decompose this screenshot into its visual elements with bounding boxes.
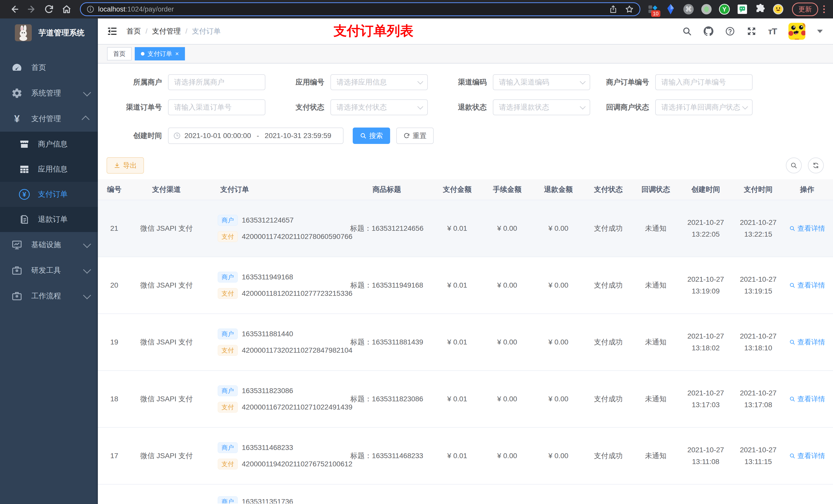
channel-pay-no: 4200001174202110278060590766: [242, 233, 353, 241]
sidebar-item-system[interactable]: 系统管理: [0, 80, 98, 106]
site-info-icon[interactable]: [86, 5, 95, 13]
reset-button[interactable]: 重置: [396, 127, 434, 144]
tab-pay-order[interactable]: 支付订单 ×: [135, 47, 185, 61]
extension-dot-icon[interactable]: [701, 4, 712, 15]
pay-status-filter-select[interactable]: 请选择支付状态: [330, 99, 428, 115]
sidebar-item-pay-order[interactable]: ¥ 支付订单: [0, 182, 98, 207]
channel-code-filter-select[interactable]: 请输入渠道编码: [493, 74, 590, 90]
channel-order-no-filter-label: 渠道订单号: [106, 102, 168, 112]
pay-time: 2021-10-2713:18:10: [733, 330, 784, 354]
view-detail-link[interactable]: 查看详情: [789, 338, 825, 347]
sidebar-item-app-info[interactable]: 应用信息: [0, 157, 98, 182]
forward-icon[interactable]: [27, 4, 37, 14]
breadcrumb-home[interactable]: 首页: [126, 26, 141, 36]
app-id-filter-select[interactable]: 请选择应用信息: [330, 74, 428, 90]
search-button[interactable]: 搜索: [353, 127, 390, 144]
pay-amount: ¥ 0.01: [433, 224, 481, 233]
help-icon[interactable]: [725, 26, 735, 36]
goods-title: 标题：1635312124656: [341, 223, 433, 233]
extension-y-icon[interactable]: Y: [719, 4, 730, 15]
merchant-order-no-filter-input[interactable]: 请输入商户订单编号: [655, 74, 753, 90]
pay-channel: 微信 JSAPI 支付: [130, 394, 203, 404]
sidebar-item-infra[interactable]: 基础设施: [0, 232, 98, 258]
extension-kite-icon[interactable]: [665, 4, 676, 15]
extension-chat-icon[interactable]: [737, 4, 748, 15]
table-header: 编号 支付渠道 支付订单 商品标题 支付金额 手续金额 退款金额 支付状态 回调…: [98, 179, 833, 200]
actions-cell: 查看详情: [784, 394, 830, 404]
create-time-range-input[interactable]: 2021-10-01 00:00:00 - 2021-10-31 23:59:5…: [168, 127, 343, 144]
pay-order-cell: 商户1635311351736: [203, 484, 341, 503]
table-row[interactable]: 18 微信 JSAPI 支付 商户1635311823086 支付4200001…: [98, 371, 833, 428]
table-row[interactable]: 20 微信 JSAPI 支付 商户1635311949168 支付4200001…: [98, 257, 833, 314]
font-size-icon[interactable]: ᴛT: [768, 26, 777, 37]
payment-submenu: 商户信息 应用信息 ¥ 支付订单: [0, 131, 98, 232]
search-icon[interactable]: [682, 26, 692, 36]
fee-amount: ¥ 0.00: [481, 281, 533, 289]
browser-menu-icon[interactable]: [821, 5, 827, 13]
avatar-caret-icon[interactable]: [817, 30, 823, 33]
clock-icon: [173, 132, 181, 140]
reload-icon[interactable]: [44, 4, 54, 14]
url-bar[interactable]: localhost :1024/pay/order: [80, 2, 640, 16]
notify-status: 未通知: [633, 281, 679, 290]
table-row[interactable]: 17 微信 JSAPI 支付 商户1635311468233 支付4200001…: [98, 428, 833, 484]
sidebar-item-refund-order[interactable]: 退款订单: [0, 207, 98, 232]
create-time: 2021-10-2713:19:09: [679, 273, 733, 297]
merchant-tag: 商户: [218, 329, 238, 339]
fee-amount: ¥ 0.00: [481, 224, 533, 233]
merchant-filter-input[interactable]: 请选择所属商户: [168, 74, 265, 90]
back-icon[interactable]: [9, 4, 20, 14]
share-icon[interactable]: [609, 5, 618, 14]
chevron-down-icon: [418, 104, 423, 110]
sidebar-item-home[interactable]: 首页: [0, 55, 98, 80]
date-end-value: 2021-10-31 23:59:59: [265, 131, 331, 140]
extension-badge: 10: [651, 10, 660, 17]
sidebar-item-workflow[interactable]: 工作流程: [0, 283, 98, 309]
refund-status-filter-label: 退款状态: [431, 102, 493, 112]
extensions-puzzle-icon[interactable]: [755, 4, 766, 15]
table-row[interactable]: 21 微信 JSAPI 支付 商户1635312124657 支付4200001…: [98, 200, 833, 257]
notify-status-filter-select[interactable]: 请选择订单回调商户状态: [655, 99, 753, 115]
extension-emoji-icon[interactable]: [772, 4, 784, 15]
bookmark-star-icon[interactable]: [625, 5, 634, 14]
table-row-partial[interactable]: 商户1635311351736: [98, 484, 833, 503]
view-detail-link[interactable]: 查看详情: [789, 224, 825, 233]
sidebar-item-merchant-info[interactable]: 商户信息: [0, 131, 98, 157]
tab-close-icon[interactable]: ×: [175, 51, 179, 57]
home-icon[interactable]: [62, 4, 72, 14]
show-search-button[interactable]: [786, 158, 802, 173]
refresh-table-button[interactable]: [808, 158, 824, 173]
view-detail-link[interactable]: 查看详情: [789, 394, 825, 404]
sidebar-item-payment[interactable]: ¥ 支付管理: [0, 106, 98, 131]
magnifier-icon: [789, 282, 795, 288]
export-button[interactable]: 导出: [106, 157, 144, 174]
tab-home[interactable]: 首页: [107, 47, 132, 61]
notify-status: 未通知: [633, 337, 679, 347]
goods-title: 标题：1635311823086: [341, 394, 433, 404]
svg-text:⌘: ⌘: [685, 5, 692, 13]
app-title: 芋道管理系统: [39, 28, 85, 38]
download-icon: [114, 162, 120, 169]
browser-update-button[interactable]: 更新: [792, 3, 818, 16]
fullscreen-icon[interactable]: [747, 26, 756, 36]
table-row[interactable]: 19 微信 JSAPI 支付 商户1635311881440 支付4200001…: [98, 314, 833, 371]
extension-command-icon[interactable]: ⌘: [683, 4, 694, 15]
channel-order-no-filter-input[interactable]: 请输入渠道订单号: [168, 99, 265, 115]
sidebar-fold-icon[interactable]: [107, 26, 118, 37]
view-detail-link[interactable]: 查看详情: [789, 451, 825, 460]
merchant-order-no: 1635311468233: [242, 443, 293, 452]
user-avatar[interactable]: [788, 23, 805, 40]
pay-status: 支付成功: [584, 337, 633, 347]
order-id: 19: [98, 338, 130, 346]
view-detail-link[interactable]: 查看详情: [789, 281, 825, 290]
github-icon[interactable]: [704, 26, 713, 36]
order-id: 20: [98, 281, 130, 289]
breadcrumb-payment[interactable]: 支付管理: [152, 26, 181, 36]
refund-status-filter-select[interactable]: 请选择退款状态: [493, 99, 590, 115]
refresh-icon: [403, 133, 410, 139]
channel-pay-no: 4200001194202110276752100612: [242, 460, 353, 468]
date-start-value: 2021-10-01 00:00:00: [185, 131, 251, 140]
orders-table: 编号 支付渠道 支付订单 商品标题 支付金额 手续金额 退款金额 支付状态 回调…: [98, 179, 833, 504]
sidebar-item-dev-tools[interactable]: 研发工具: [0, 258, 98, 283]
extension-blocks-icon[interactable]: 10: [647, 4, 658, 15]
